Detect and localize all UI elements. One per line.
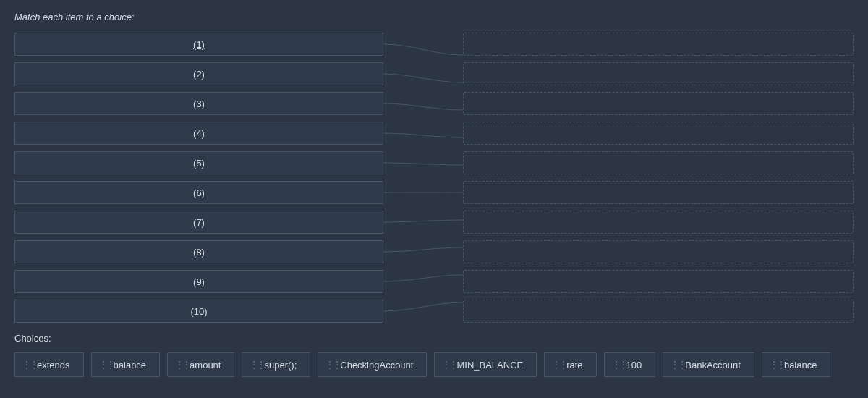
choice-label: extends bbox=[37, 360, 70, 371]
connector bbox=[383, 181, 463, 204]
match-item-4: (4) bbox=[14, 122, 383, 145]
grip-icon bbox=[552, 363, 559, 366]
choice-label: super(); bbox=[264, 360, 297, 371]
match-item-2: (2) bbox=[14, 62, 383, 85]
connector bbox=[383, 240, 463, 263]
drop-target-7[interactable] bbox=[463, 211, 854, 234]
connector bbox=[383, 33, 463, 56]
match-item-5: (5) bbox=[14, 151, 383, 174]
choices-row: extends balance amount super(); Checking… bbox=[14, 352, 854, 377]
match-item-9: (9) bbox=[14, 270, 383, 293]
connector bbox=[383, 92, 463, 115]
grip-icon bbox=[22, 363, 30, 366]
choice-label: CheckingAccount bbox=[340, 360, 413, 371]
drop-target-10[interactable] bbox=[463, 300, 854, 323]
drop-target-4[interactable] bbox=[463, 122, 854, 145]
connector bbox=[383, 211, 463, 234]
connector bbox=[383, 151, 463, 174]
choice-super[interactable]: super(); bbox=[242, 352, 310, 377]
drop-target-6[interactable] bbox=[463, 181, 854, 204]
drop-target-2[interactable] bbox=[463, 62, 854, 85]
choice-100[interactable]: 100 bbox=[604, 352, 656, 377]
choices-heading: Choices: bbox=[14, 333, 854, 344]
choice-label: BankAccount bbox=[685, 360, 741, 371]
choice-extends[interactable]: extends bbox=[14, 352, 84, 377]
choice-checkingaccount[interactable]: CheckingAccount bbox=[318, 352, 427, 377]
connector bbox=[383, 62, 463, 85]
choice-min-balance[interactable]: MIN_BALANCE bbox=[434, 352, 537, 377]
grip-icon bbox=[99, 363, 106, 366]
match-item-8: (8) bbox=[14, 240, 383, 263]
match-item-3: (3) bbox=[14, 92, 383, 115]
match-item-6: (6) bbox=[14, 181, 383, 204]
choice-bankaccount[interactable]: BankAccount bbox=[663, 352, 754, 377]
drop-target-1[interactable] bbox=[463, 33, 854, 56]
choice-label: amount bbox=[190, 360, 221, 371]
choice-amount[interactable]: amount bbox=[167, 352, 234, 377]
drop-target-3[interactable] bbox=[463, 92, 854, 115]
instruction-text: Match each item to a choice: bbox=[14, 12, 854, 22]
connector bbox=[383, 122, 463, 145]
match-item-1: (1) bbox=[14, 33, 383, 56]
grip-icon bbox=[612, 363, 619, 366]
drop-target-8[interactable] bbox=[463, 240, 854, 263]
grip-icon bbox=[250, 363, 257, 366]
choice-balance[interactable]: balance bbox=[91, 352, 161, 377]
choice-label: 100 bbox=[626, 360, 642, 371]
connector bbox=[383, 270, 463, 293]
grip-icon bbox=[175, 363, 182, 366]
choice-balance-2[interactable]: balance bbox=[762, 352, 831, 377]
grip-icon bbox=[442, 363, 449, 366]
choice-label: MIN_BALANCE bbox=[456, 360, 523, 371]
choice-rate[interactable]: rate bbox=[544, 352, 596, 377]
grip-icon bbox=[326, 363, 333, 366]
drop-target-9[interactable] bbox=[463, 270, 854, 293]
grip-icon bbox=[770, 363, 777, 366]
match-item-10: (10) bbox=[14, 300, 383, 323]
drop-target-5[interactable] bbox=[463, 151, 854, 174]
grip-icon bbox=[671, 363, 678, 366]
match-item-7: (7) bbox=[14, 211, 383, 234]
match-area: (1) (2) (3) (4) (5) (6) (7) (8) (9) bbox=[14, 33, 854, 323]
connector bbox=[383, 300, 463, 323]
choice-label: balance bbox=[784, 360, 817, 371]
choice-label: rate bbox=[566, 360, 582, 371]
choice-label: balance bbox=[114, 360, 147, 371]
